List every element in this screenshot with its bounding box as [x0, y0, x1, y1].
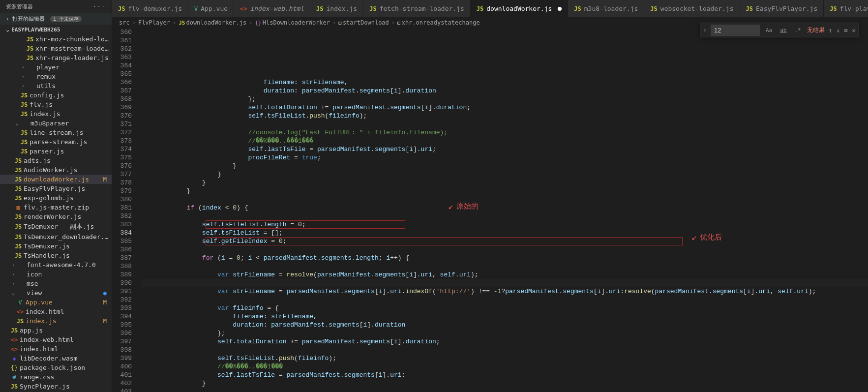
file-item[interactable]: ▦flv.js-master.zip	[0, 203, 112, 212]
code-line[interactable]: self.lastTsFile = parsedManifest.segment…	[141, 145, 868, 153]
find-regex-icon[interactable]: .*	[792, 26, 803, 34]
file-item[interactable]: JSline-stream.js	[0, 128, 112, 137]
file-item[interactable]: JSconfig.js	[0, 90, 112, 100]
code-line[interactable]: self.lastTsFile = parsedManifest.segment…	[141, 371, 868, 379]
editor-tab[interactable]: VApp.vue	[188, 0, 234, 17]
code-line[interactable]: if (index < 0) {	[141, 204, 868, 212]
folder-item[interactable]: ⌄m3u8parser	[0, 119, 112, 128]
find-close-icon[interactable]: ✕	[852, 27, 856, 34]
code-line[interactable]	[141, 388, 868, 392]
code-line[interactable]: procFileRet = true;	[141, 153, 868, 162]
find-toggle-icon[interactable]: ›	[703, 27, 707, 33]
editor-tab[interactable]: <>index-web.html	[234, 0, 310, 17]
file-item[interactable]: JSdownloadWorker.jsM	[0, 175, 112, 184]
project-title[interactable]: EASYPLAYWEBH265	[0, 25, 112, 34]
code-line[interactable]	[141, 245, 868, 254]
code-line[interactable]: var fileinfo = {	[141, 304, 868, 312]
code-line[interactable]: //console.log("Last FullURL: " + fileinf…	[141, 128, 868, 137]
code-line[interactable]: //��%���..���1���	[141, 362, 868, 371]
code-line[interactable]: };	[141, 95, 868, 103]
file-item[interactable]: JSSyncPlayer.js	[0, 382, 112, 391]
code-line[interactable]: self.tsFileList.push(fileinfo);	[141, 354, 868, 362]
find-next-icon[interactable]: ↓	[837, 27, 840, 34]
folder-item[interactable]: ›mse	[0, 279, 112, 288]
breadcrumb-item[interactable]: src	[119, 19, 130, 26]
file-item[interactable]: JSxhr-moz-chunked-loader.js	[0, 34, 112, 44]
code-line[interactable]: }	[141, 379, 868, 388]
code-line[interactable]: self.tsFileList = [];	[141, 229, 868, 237]
find-case-icon[interactable]: Aa	[764, 26, 774, 34]
code-line[interactable]: self.totalDuration += parsedManifest.seg…	[141, 103, 868, 112]
find-prev-icon[interactable]: ↑	[829, 27, 833, 34]
code-line[interactable]: //��%���..���1���	[141, 137, 868, 145]
file-item[interactable]: JSTsDemuxer - 副本.js	[0, 221, 112, 232]
code-line[interactable]: self.tsFileList.push(fileinfo);	[141, 112, 868, 120]
open-editors-header[interactable]: › 打开的编辑器 1 个未保存	[0, 13, 112, 25]
file-item[interactable]: JSapp.js	[0, 326, 112, 335]
file-item[interactable]: <>index.html	[0, 307, 112, 316]
editor-tab[interactable]: JSflv-demuxer.js	[112, 0, 188, 17]
file-item[interactable]: <>index-web.html	[0, 335, 112, 344]
code-line[interactable]	[141, 346, 868, 354]
file-item[interactable]: JSxhr-msstream-loader.js	[0, 44, 112, 53]
file-item[interactable]: JSparse-stream.js	[0, 137, 112, 147]
file-item[interactable]: <>index.html	[0, 344, 112, 354]
file-item[interactable]: JSEasyFlvPlayer.js	[0, 184, 112, 193]
file-item[interactable]: JSexp-golomb.js	[0, 193, 112, 203]
code-line[interactable]: filename: strFilename,	[141, 78, 868, 87]
code-line[interactable]: }	[141, 162, 868, 170]
find-word-icon[interactable]: ab	[778, 26, 788, 34]
code-line[interactable]: var strFilename = resolve(parsedManifest…	[141, 271, 868, 279]
breadcrumb-item[interactable]: ⊡xhr.onreadystatechange	[397, 19, 480, 26]
folder-item[interactable]: ›icon	[0, 270, 112, 279]
breadcrumb-item[interactable]: {}HlsDownloaderWorker	[255, 19, 330, 26]
code-line[interactable]	[141, 195, 868, 204]
editor-tab[interactable]: JSflv-player.js	[824, 0, 868, 17]
folder-item[interactable]: ›utils	[0, 81, 112, 90]
code-line[interactable]: }	[141, 170, 868, 179]
file-item[interactable]: #range.css	[0, 372, 112, 382]
sidebar-more-icon[interactable]: ···	[93, 3, 106, 10]
code-line[interactable]: var strFilename = parsedManifest.segment…	[141, 287, 868, 296]
code-line[interactable]: filename: strFilename,	[141, 312, 868, 321]
file-item[interactable]: JSflv.js	[0, 100, 112, 109]
file-item[interactable]: JSxhr-range-loader.js	[0, 53, 112, 62]
editor-tab[interactable]: JSm3u8-loader.js	[568, 0, 644, 17]
file-item[interactable]: VApp.vueM	[0, 298, 112, 307]
breadcrumb-item[interactable]: ⊡startDownload	[338, 19, 389, 26]
breadcrumb-item[interactable]: JSdownloadWorker.js	[179, 19, 246, 26]
file-item[interactable]: JSTsDemuxer_downloader.js	[0, 232, 112, 241]
file-item[interactable]: JSAudioWorker.js	[0, 165, 112, 175]
folder-item[interactable]: ›player	[0, 62, 112, 72]
code-line[interactable]: self.getFileIndex = 0;	[141, 237, 868, 245]
editor-tab[interactable]: JSEasyFlvPlayer.js	[740, 0, 824, 17]
find-input[interactable]	[711, 25, 760, 36]
editor-tab[interactable]: JSdownloadWorker.js	[471, 0, 569, 17]
find-selection-icon[interactable]: ≡	[844, 27, 848, 34]
code-area[interactable]: ↙ 原始的 ↙ 优化后 filename: strFilename, durat…	[141, 28, 868, 392]
code-line[interactable]: }	[141, 187, 868, 195]
code-line[interactable]: duration: parsedManifest.segments[i].dur…	[141, 87, 868, 95]
code-line[interactable]	[141, 296, 868, 304]
folder-item[interactable]: ⌄view●	[0, 288, 112, 298]
file-item[interactable]: ◈libDecoder.wasm	[0, 354, 112, 363]
code-line[interactable]	[141, 120, 868, 128]
code-line[interactable]: self.tsFileList.length = 0;	[141, 220, 868, 229]
editor-tab[interactable]: JSindex.js	[310, 0, 363, 17]
code-line[interactable]: duration: parsedManifest.segments[i].dur…	[141, 321, 868, 329]
file-item[interactable]: JSrenderWorker.js	[0, 212, 112, 221]
breadcrumb-item[interactable]: FlvPlayer	[138, 19, 170, 26]
file-item[interactable]: JSindex.js	[0, 109, 112, 119]
editor-tab[interactable]: JSwebsocket-loader.js	[644, 0, 740, 17]
code-line[interactable]	[141, 212, 868, 220]
file-item[interactable]: JSadts.js	[0, 156, 112, 165]
code-line[interactable]	[141, 262, 868, 271]
editor-tab[interactable]: JSfetch-stream-loader.js	[363, 0, 471, 17]
folder-item[interactable]: ›font-awesome-4.7.0	[0, 260, 112, 270]
file-item[interactable]: {}package-lock.json	[0, 363, 112, 372]
file-item[interactable]: JSTsHandler.js	[0, 251, 112, 260]
file-item[interactable]: JSparser.js	[0, 147, 112, 156]
code-line[interactable]: for (i = 0; i < parsedManifest.segments.…	[141, 254, 868, 262]
file-item[interactable]: JSindex.jsM	[0, 316, 112, 326]
file-item[interactable]: JSTsDemuxer.js	[0, 241, 112, 251]
